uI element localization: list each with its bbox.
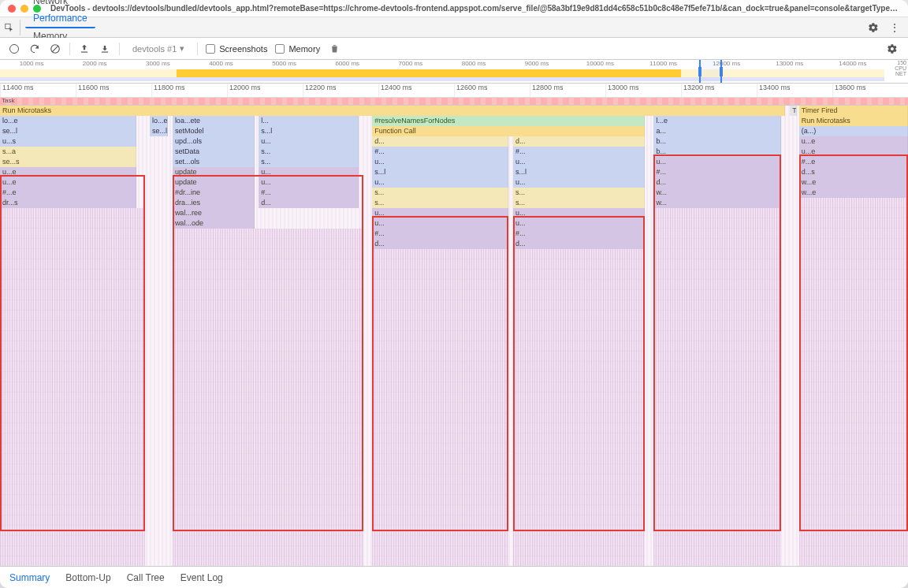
task-track[interactable]: Task [0,98,908,106]
clear-icon[interactable] [49,43,61,55]
flame-bar[interactable]: s... [259,157,359,167]
settings-icon[interactable] [865,20,881,35]
flame-bar[interactable]: s... [513,188,645,198]
kebab-menu-icon[interactable]: ⋮ [886,21,903,34]
flame-bar[interactable]: u... [513,157,645,167]
selection-handle-right[interactable] [720,67,723,76]
flame-bar[interactable]: u... [372,218,508,229]
memory-checkbox[interactable]: Memory [275,44,320,54]
flame-bar[interactable]: #... [513,147,645,157]
flame-bar[interactable]: b... [653,136,780,147]
flame-bar[interactable]: u... [513,177,645,188]
flame-bar[interactable]: u... [259,167,359,177]
flame-bar[interactable]: d... [513,239,645,249]
inspect-element-icon[interactable] [5,20,20,35]
reload-icon[interactable] [28,43,41,55]
flame-bar[interactable]: s...l [259,126,359,136]
flame-bar[interactable]: u...e [0,177,136,188]
flame-bar[interactable]: (a...) [799,126,908,136]
flame-bar[interactable]: Function Call [372,126,645,136]
bottom-tab-call-tree[interactable]: Call Tree [125,569,166,586]
flame-bar[interactable]: d... [372,136,508,147]
flame-bar[interactable]: se...l [150,126,168,136]
flame-bar[interactable]: d... [653,177,780,188]
flame-bar[interactable]: #... [372,147,508,157]
flame-bar[interactable]: #...e [0,188,136,198]
timeline-overview[interactable]: 1000 ms2000 ms3000 ms4000 ms5000 ms6000 … [0,60,908,84]
flame-bar[interactable]: wal...ode [173,218,255,229]
overview-selection[interactable] [699,60,722,83]
flame-bar[interactable]: dr...s [0,198,136,208]
flame-bar[interactable]: u... [372,177,508,188]
tab-performance[interactable]: Performance [25,9,95,28]
upload-icon[interactable] [78,43,91,55]
flame-bar[interactable]: u... [513,218,645,229]
bottom-tab-summary[interactable]: Summary [8,569,51,586]
flame-bar[interactable]: w... [653,198,780,208]
flame-bar[interactable]: se...l [0,126,136,136]
flame-bar[interactable]: #...e [799,157,908,167]
flame-bar[interactable]: setModel [173,126,255,136]
flame-bar[interactable]: #... [259,188,359,198]
flame-deep-stack[interactable] [513,249,645,566]
flame-bar[interactable]: dra...ies [173,198,255,208]
bottom-tab-bottom-up[interactable]: Bottom-Up [64,569,112,586]
flame-bar[interactable]: s... [372,198,508,208]
flame-bar[interactable]: s...l [372,167,508,177]
capture-settings-icon[interactable] [884,41,900,57]
flame-bar[interactable]: a... [653,126,780,136]
flame-bar[interactable]: set...ols [173,157,255,167]
trash-icon[interactable] [328,43,340,55]
flame-bar[interactable]: se...s [0,157,136,167]
selection-handle-left[interactable] [698,67,701,76]
close-window-icon[interactable] [8,5,16,13]
flame-bar[interactable]: u... [259,177,359,188]
record-icon[interactable] [8,43,20,55]
flame-bar[interactable]: wal...ree [173,208,255,218]
screenshots-checkbox[interactable]: Screenshots [206,44,267,54]
flame-bar[interactable]: Run Microtasks [0,106,785,116]
flame-bar[interactable]: b... [653,147,780,157]
flame-deep-stack[interactable] [653,208,780,566]
flame-bar[interactable]: u...e [799,147,908,157]
flame-bar[interactable]: #... [513,229,645,239]
profile-select[interactable]: devtools #1 ▾ [128,42,189,55]
flame-deep-stack[interactable] [0,208,145,566]
tab-network[interactable]: Network [25,0,95,9]
flame-bar[interactable]: #... [653,167,780,177]
flame-bar[interactable]: w...e [799,188,908,198]
flame-bar[interactable]: Run Microtasks [799,116,908,126]
flame-bar[interactable]: upd...ols [173,136,255,147]
bottom-tab-event-log[interactable]: Event Log [179,569,225,586]
flame-bar[interactable]: u... [513,208,645,218]
download-icon[interactable] [99,43,111,55]
flame-bar[interactable]: s... [513,198,645,208]
flame-bar[interactable]: s... [259,147,359,157]
flame-bar[interactable]: u...s [0,136,136,147]
flame-bar[interactable]: u...e [0,167,136,177]
flame-bar[interactable]: w... [653,188,780,198]
flame-bar[interactable]: lo...e [150,116,168,126]
flame-deep-stack[interactable] [372,249,508,566]
flame-bar[interactable]: u... [653,157,780,167]
flame-bar[interactable]: s... [372,188,508,198]
flame-bar[interactable]: u... [372,208,508,218]
flame-bar[interactable]: loa...ete [173,116,255,126]
flame-bar[interactable]: u...e [799,136,908,147]
flame-deep-stack[interactable] [799,198,908,566]
flame-bar[interactable]: s...l [513,167,645,177]
detail-ruler[interactable]: 11400 ms11600 ms11800 ms12000 ms12200 ms… [0,84,908,98]
flame-bar[interactable]: d...s [799,167,908,177]
flame-bar[interactable]: d... [513,136,645,147]
flame-bar[interactable]: lo...e [0,116,136,126]
flame-chart[interactable]: Run MicrotasksTaskTimer FiredRun Microta… [0,106,908,566]
flame-bar[interactable]: u... [372,157,508,167]
flame-bar[interactable]: #dr...ine [173,188,255,198]
flame-bar[interactable]: d... [259,198,359,208]
flame-bar[interactable]: setData [173,147,255,157]
flame-bar[interactable]: d... [372,239,508,249]
flame-bar[interactable]: Timer Fired [799,106,908,116]
flame-bar[interactable]: u... [259,136,359,147]
flame-bar[interactable]: update [173,177,255,188]
flame-bar[interactable]: Task [790,106,797,116]
